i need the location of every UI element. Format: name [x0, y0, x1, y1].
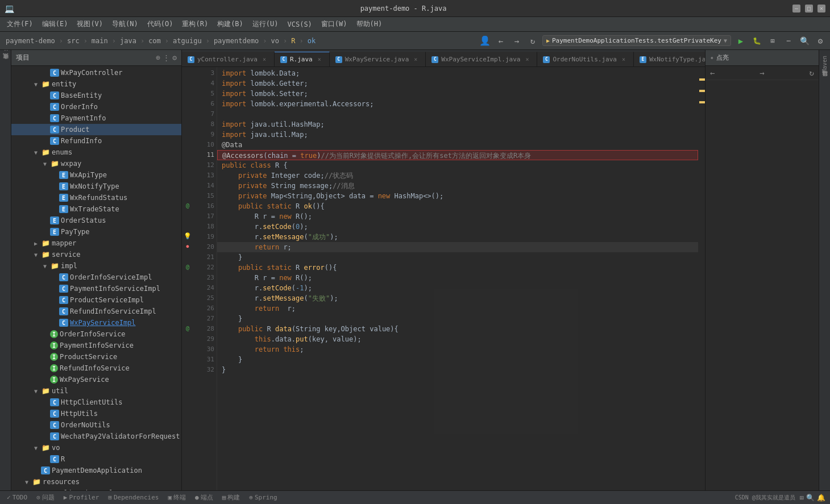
tab-R[interactable]: C R.java ×: [275, 52, 330, 66]
breadcrumb-R[interactable]: R: [289, 36, 297, 46]
tree-item-WxApiType[interactable]: E WxApiType: [11, 169, 181, 181]
tree-item-resources[interactable]: ▼ 📁 resources: [11, 476, 181, 488]
menu-view[interactable]: 视图(V): [72, 18, 107, 30]
vert-tab-maven[interactable]: Maven: [820, 52, 829, 76]
bottom-problems[interactable]: ⊙ 问题: [34, 493, 57, 502]
tree-item-entity[interactable]: ▼ 📁 entity: [11, 78, 181, 90]
tree-item-WxPayServiceImpl[interactable]: C WxPayServiceImpl: [11, 317, 181, 328]
tree-item-OrderInfoService[interactable]: I OrderInfoService: [11, 328, 181, 340]
tab-yController[interactable]: C yController.java ×: [182, 52, 275, 66]
tree-item-PaymentDemoApplication[interactable]: C PaymentDemoApplication: [11, 465, 181, 476]
breadcrumb-payment-demo[interactable]: payment-demo: [3, 36, 57, 46]
tree-item-mapper[interactable]: ▶ 📁 mapper: [11, 238, 181, 249]
bottom-endpoints[interactable]: ● 端点: [193, 493, 215, 502]
tree-item-OrderInfoServiceImpl[interactable]: C OrderInfoServiceImpl: [11, 272, 181, 283]
code-editor[interactable]: import lombok.Data; import lombok.Getter…: [217, 67, 698, 490]
tree-settings[interactable]: ⋮: [163, 53, 170, 62]
tree-item-PaymentInfoServiceImpl[interactable]: C PaymentInfoServiceImpl: [11, 283, 181, 294]
editor-scroll-area[interactable]: @ 💡 ● @ @: [182, 67, 698, 490]
tree-item-PaymentInfo[interactable]: C PaymentInfo: [11, 113, 181, 124]
tree-item-WxPayService[interactable]: I WxPayService: [11, 374, 181, 385]
coverage-button[interactable]: ⊞: [766, 35, 779, 47]
tree-item-HttpUtils[interactable]: C HttpUtils: [11, 408, 181, 419]
tree-item-RefundInfoServiceImpl[interactable]: C RefundInfoServiceImpl: [11, 306, 181, 317]
avatar-button[interactable]: 👤: [479, 35, 491, 47]
menu-vcs[interactable]: VCS(S): [283, 19, 317, 30]
tree-item-R[interactable]: C R: [11, 453, 181, 465]
tree-item-util[interactable]: ▼ 📁 util: [11, 385, 181, 397]
right-panel-back[interactable]: ←: [710, 68, 715, 77]
settings-button[interactable]: ⚙: [814, 35, 827, 47]
gutter-20-breakpoint[interactable]: ●: [182, 241, 193, 251]
tree-item-OrderStatus[interactable]: E OrderStatus: [11, 215, 181, 226]
breadcrumb-main[interactable]: main: [89, 36, 110, 46]
bottom-profiler[interactable]: ▶ Profiler: [61, 494, 102, 501]
menu-file[interactable]: 文件(F): [2, 18, 38, 30]
breadcrumb-ok[interactable]: ok: [305, 36, 318, 46]
menu-refactor[interactable]: 重构(R): [177, 18, 213, 30]
bottom-build[interactable]: ▤ 构建: [220, 493, 243, 502]
tree-item-OrderInfo[interactable]: C OrderInfo: [11, 101, 181, 113]
breadcrumb-vo[interactable]: vo: [269, 36, 281, 46]
tab-WxPayService[interactable]: C WxPayService.java ×: [330, 52, 426, 66]
tree-item-ProductService[interactable]: I ProductService: [11, 351, 181, 363]
tree-item-BaseEntity[interactable]: C BaseEntity: [11, 90, 181, 101]
minimize-button[interactable]: —: [792, 5, 800, 13]
menu-edit[interactable]: 编辑(E): [38, 18, 73, 30]
tab-close-yController[interactable]: ×: [260, 56, 268, 64]
breadcrumb-paymentdemo[interactable]: paymentdemo: [211, 36, 261, 46]
tree-item-WxTradeState[interactable]: E WxTradeState: [11, 203, 181, 215]
tree-item-WxNotifyType[interactable]: E WxNotifyType: [11, 181, 181, 192]
tree-item-PayType[interactable]: E PayType: [11, 226, 181, 238]
menu-code[interactable]: 代码(O): [143, 18, 178, 30]
right-panel-refresh[interactable]: ↻: [810, 68, 814, 77]
tab-WxNotifyType[interactable]: E WxNotifyType.java ×: [634, 52, 705, 66]
refresh-button[interactable]: ↻: [526, 35, 539, 47]
tree-item-RefundInfoService[interactable]: I RefundInfoService: [11, 363, 181, 374]
tree-item-OrderNoUtils[interactable]: C OrderNoUtils: [11, 419, 181, 431]
tree-item-ProductServiceImpl[interactable]: C ProductServiceImpl: [11, 294, 181, 306]
menu-navigate[interactable]: 导航(N): [107, 18, 143, 30]
menu-build[interactable]: 构建(B): [213, 18, 248, 30]
tree-item-WechatPay2ValidatorForRequest[interactable]: C WechatPay2ValidatorForRequest: [11, 431, 181, 442]
tab-OrderNoUtils[interactable]: C OrderNoUtils.java ×: [537, 52, 634, 66]
vert-tab-favorites[interactable]: 收藏夹: [1, 60, 11, 67]
search-button[interactable]: 🔍: [798, 35, 811, 47]
tree-collapse-all[interactable]: ⊕: [156, 53, 160, 62]
bottom-todo[interactable]: ✓ TODO: [5, 494, 30, 501]
tree-item-Product[interactable]: C Product: [11, 124, 181, 135]
menu-help[interactable]: 帮助(H): [352, 18, 387, 30]
tree-item-wxpay[interactable]: ▼ 📁 wxpay: [11, 158, 181, 169]
bottom-dependencies[interactable]: ⊞ Dependencies: [106, 494, 161, 501]
vert-tab-structure[interactable]: 结构: [1, 52, 11, 59]
run-config-selector[interactable]: ▶ PaymentDemoApplicationTests.testGetPri…: [542, 35, 731, 46]
close-button[interactable]: ✕: [817, 5, 825, 13]
menu-window[interactable]: 窗口(W): [317, 18, 352, 30]
debug-button[interactable]: 🐛: [750, 35, 763, 47]
bottom-terminal[interactable]: ▣ 终端: [165, 493, 188, 502]
maximize-button[interactable]: □: [805, 5, 813, 13]
tab-close-WxPayService[interactable]: ×: [412, 56, 420, 64]
tree-item-WxPayController[interactable]: C WxPayController: [11, 67, 181, 78]
tree-item-enums[interactable]: ▼ 📁 enums: [11, 147, 181, 158]
tree-item-vo[interactable]: ▼ 📁 vo: [11, 442, 181, 453]
more-run-button[interactable]: ⋯: [782, 35, 795, 47]
tree-item-RefundInfo[interactable]: C RefundInfo: [11, 135, 181, 147]
breadcrumb-java[interactable]: java: [118, 36, 139, 46]
tree-item-WxRefundStatus[interactable]: E WxRefundStatus: [11, 192, 181, 203]
tree-more[interactable]: ⚙: [172, 53, 177, 62]
breadcrumb-src[interactable]: src: [65, 36, 82, 46]
back-button[interactable]: ←: [495, 35, 507, 47]
tree-item-HttpClientUtils[interactable]: C HttpClientUtils: [11, 397, 181, 408]
run-button[interactable]: ▶: [734, 35, 747, 47]
forward-button[interactable]: →: [511, 35, 523, 47]
tab-WxPayServiceImpl[interactable]: C WxPayServiceImpl.java ×: [426, 52, 537, 66]
tree-item-impl[interactable]: ▼ 📁 impl: [11, 260, 181, 272]
breadcrumb-com[interactable]: com: [146, 36, 163, 46]
menu-run[interactable]: 运行(U): [248, 18, 283, 30]
vert-tab-project-dir[interactable]: 项目目录: [820, 77, 830, 84]
bottom-spring[interactable]: ⊕ Spring: [247, 494, 279, 501]
tree-item-service[interactable]: ▼ 📁 service: [11, 249, 181, 260]
tab-close-WxPayServiceImpl[interactable]: ×: [523, 56, 531, 64]
tree-item-PaymentInfoService[interactable]: I PaymentInfoService: [11, 340, 181, 351]
